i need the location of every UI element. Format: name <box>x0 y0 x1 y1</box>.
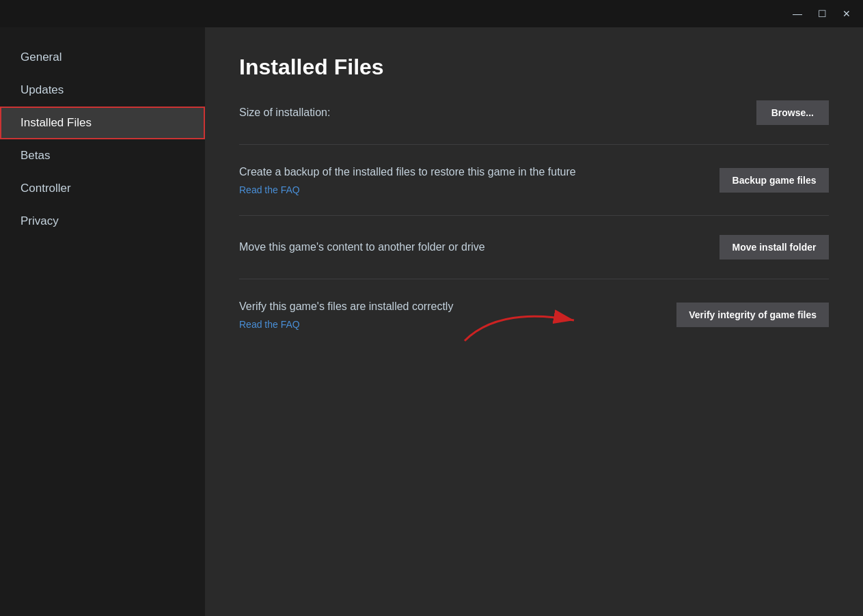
sidebar-item-controller[interactable]: Controller <box>0 172 205 205</box>
app-window: — ☐ ✕ General Updates Installed Files Be… <box>0 0 863 616</box>
backup-description-area: Create a backup of the installed files t… <box>239 164 720 196</box>
browse-button[interactable]: Browse... <box>756 100 829 125</box>
main-content: Installed Files Size of installation: Br… <box>205 27 863 616</box>
minimize-button[interactable]: — <box>786 4 808 23</box>
page-title: Installed Files <box>239 55 829 80</box>
backup-faq-link[interactable]: Read the FAQ <box>239 184 300 195</box>
sidebar-item-privacy[interactable]: Privacy <box>0 205 205 238</box>
size-section: Size of installation: Browse... <box>239 100 829 145</box>
verify-faq-link[interactable]: Read the FAQ <box>239 319 300 330</box>
move-button[interactable]: Move install folder <box>720 235 829 260</box>
close-button[interactable]: ✕ <box>836 4 858 23</box>
sidebar-item-installed-files[interactable]: Installed Files <box>0 107 205 139</box>
verify-button[interactable]: Verify integrity of game files <box>676 303 829 327</box>
content-area: General Updates Installed Files Betas Co… <box>0 27 863 616</box>
title-bar: — ☐ ✕ <box>0 0 863 27</box>
backup-description: Create a backup of the installed files t… <box>239 164 699 180</box>
move-description: Move this game's content to another fold… <box>239 239 699 255</box>
sidebar-item-updates[interactable]: Updates <box>0 74 205 107</box>
backup-section: Create a backup of the installed files t… <box>239 145 829 216</box>
backup-button[interactable]: Backup game files <box>720 168 829 193</box>
size-label: Size of installation: <box>239 107 330 119</box>
sidebar: General Updates Installed Files Betas Co… <box>0 27 205 616</box>
move-description-area: Move this game's content to another fold… <box>239 239 720 255</box>
verify-description: Verify this game's files are installed c… <box>239 298 656 315</box>
sidebar-item-betas[interactable]: Betas <box>0 139 205 172</box>
sidebar-item-general[interactable]: General <box>0 41 205 74</box>
verify-description-area: Verify this game's files are installed c… <box>239 298 676 331</box>
maximize-button[interactable]: ☐ <box>811 4 833 23</box>
move-section: Move this game's content to another fold… <box>239 216 829 279</box>
window-controls: — ☐ ✕ <box>786 4 858 23</box>
verify-section: Verify this game's files are installed c… <box>239 279 829 350</box>
